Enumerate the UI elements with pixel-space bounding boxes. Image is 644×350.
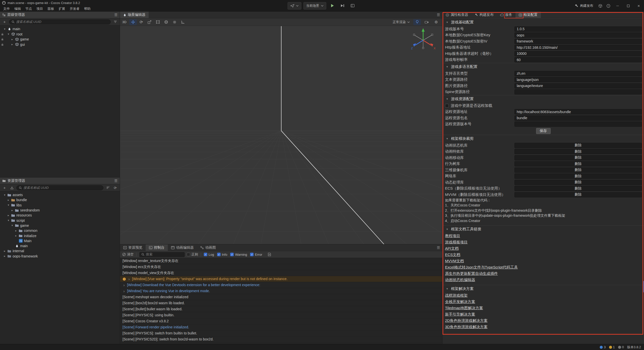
doc-link[interactable]: Tiledmap地图解决方案 [445, 306, 483, 311]
chevron-right-icon[interactable]: ▸ [6, 198, 11, 202]
scale-tool-button[interactable] [146, 19, 153, 25]
grid-snap-button[interactable] [171, 19, 178, 25]
log-row-2[interactable]: [Window] model_view文件夹存在 [120, 270, 442, 276]
doc-link[interactable]: 教程项目 [445, 234, 460, 238]
doc-link[interactable]: 游戏模板项目 [445, 240, 468, 245]
menu-item-4[interactable]: 面板 [45, 6, 56, 12]
log-row-0[interactable]: [Window] render_texture文件夹存在 [120, 258, 442, 264]
log-row-5[interactable]: ›[Window] You are running Vue in develop… [120, 288, 442, 294]
render-mode-dropdown[interactable]: 正常渲染 [391, 20, 411, 24]
rotate-snap-button[interactable] [179, 19, 187, 25]
doc-link[interactable]: 2D角色扮演游戏解决方案 [445, 318, 488, 323]
chevron-right-icon[interactable]: ▸ [14, 229, 18, 232]
tab-scene-editor[interactable]: 场景编辑器 [120, 12, 149, 18]
refresh-button[interactable]: ⟳ [112, 185, 118, 190]
rect-tool-button[interactable] [154, 19, 162, 25]
hierarchy-search-input[interactable]: 搜索名称或 UUID [9, 19, 111, 24]
checkbox[interactable] [445, 104, 449, 108]
preview-target-button[interactable] [288, 2, 301, 10]
status-count-1[interactable]: 1 [609, 345, 615, 349]
prop-input[interactable]: zh,en [514, 71, 642, 76]
chevron-right-icon[interactable]: ▸ [10, 209, 14, 212]
delete-button[interactable]: 删除 [514, 143, 642, 148]
delete-button[interactable]: 删除 [514, 173, 642, 179]
section-header[interactable]: ▾游戏基础配置 [442, 18, 644, 26]
log-row-8[interactable]: [Scene] [bullet]:bullet wasm lib loaded. [120, 306, 442, 312]
delete-button[interactable]: 删除 [514, 186, 642, 191]
chevron-down-icon[interactable]: ▾ [6, 32, 11, 36]
doc-link[interactable]: MVVM文档 [445, 259, 464, 264]
expand-icon[interactable]: › [128, 276, 131, 282]
log-row-6[interactable]: [Scene] meshopt wasm decoder initialized [120, 294, 442, 300]
hierarchy-row-root[interactable]: ▾root [0, 32, 120, 37]
menu-icon[interactable]: ☰ [437, 12, 440, 18]
console-filter-warning[interactable]: ✓Warning [230, 253, 247, 256]
asset-row-seedrandom[interactable]: ▸seedrandom [0, 208, 120, 213]
tab-framework[interactable]: 框架配置 [515, 12, 541, 18]
chevron-right-icon[interactable]: ▸ [6, 214, 11, 217]
section-header[interactable]: ▾框架解决方案 [442, 285, 644, 292]
menu-icon[interactable]: ☰ [437, 244, 440, 251]
prop-input[interactable]: 1.0.5 [514, 26, 642, 32]
delete-button[interactable]: 删除 [514, 155, 642, 160]
maximize-button[interactable] [623, 0, 633, 12]
section-header[interactable]: ▾游戏资源配置 [442, 95, 644, 103]
doc-link[interactable]: 新手引导解决方案 [445, 312, 475, 317]
world-space-button[interactable] [163, 19, 170, 25]
prop-input[interactable]: bundle [514, 115, 642, 121]
prop-input[interactable] [514, 121, 642, 127]
hierarchy-row-main[interactable]: ▾main [0, 26, 120, 32]
menu-item-3[interactable]: 项目 [34, 6, 45, 12]
tab-preview[interactable]: 资源预览 [120, 244, 146, 251]
chevron-down-icon[interactable]: ▾ [10, 224, 14, 227]
expand-icon[interactable]: › [123, 288, 126, 294]
asset-row-assets[interactable]: ▾assets [0, 192, 120, 197]
chevron-down-icon[interactable]: ▾ [3, 193, 7, 197]
clear-console-button[interactable]: 清空 [122, 252, 134, 257]
regex-toggle[interactable]: 正则 [187, 252, 198, 257]
scene-settings-button[interactable]: ⚙ [432, 19, 440, 25]
chevron-down-icon[interactable]: ▾ [6, 203, 11, 207]
section-header[interactable]: ▾框架模块裁剪 [442, 135, 644, 142]
log-row-12[interactable]: [Scene] [PHYSICS]: switch from builtin t… [120, 330, 442, 336]
console-filter-error[interactable]: ✓Error [250, 253, 262, 256]
menu-item-6[interactable]: 开发者 [67, 6, 82, 12]
doc-link[interactable]: 原生包热更新配置自动生成插件 [445, 271, 498, 276]
save-button[interactable]: 保存 [536, 128, 551, 134]
hierarchy-row-gui[interactable]: ▸gui [0, 42, 120, 47]
delete-button[interactable]: 删除 [514, 149, 642, 154]
minimize-button[interactable]: ─ [612, 0, 623, 12]
prop-input[interactable]: 60 [514, 57, 642, 62]
log-row-4[interactable]: ›[Window] Download the Vue Devtools exte… [120, 282, 442, 288]
lock-icon[interactable] [1, 38, 4, 41]
lighting-toggle-button[interactable] [413, 19, 421, 25]
log-row-3[interactable]: !›[Window] [Vue warn]: Property "onInput… [120, 276, 442, 282]
menu-item-7[interactable]: 帮助 [82, 6, 93, 12]
tab-build[interactable]: 构建发布 [471, 12, 497, 18]
menu-icon[interactable]: ☰ [114, 179, 117, 183]
package-button[interactable] [596, 2, 604, 10]
help-button[interactable]: ? [604, 2, 612, 10]
console-filter-info[interactable]: ✓Info [217, 253, 227, 256]
prop-input[interactable]: http://192.168.0.150/main/ [514, 45, 642, 50]
prop-input[interactable]: language/json [514, 77, 642, 82]
export-log-button[interactable] [267, 252, 272, 257]
chevron-down-icon[interactable]: ▾ [6, 219, 11, 222]
assets-search-input[interactable]: 搜索名称或 UUID [16, 185, 103, 190]
asset-row-bundle[interactable]: ▸bundle [0, 197, 120, 202]
add-asset-button[interactable]: + [2, 185, 7, 190]
chevron-right-icon[interactable]: ▸ [3, 254, 7, 258]
hierarchy-filter-button[interactable] [112, 19, 118, 24]
prop-input[interactable]: 10000 [514, 51, 642, 56]
menu-item-0[interactable]: 文件 [1, 6, 12, 12]
build-publish-button[interactable]: 构建发布 [572, 0, 596, 12]
chevron-down-icon[interactable]: ▾ [3, 27, 7, 31]
doc-link[interactable]: 动画状态机编辑器 [445, 278, 475, 282]
log-row-7[interactable]: [Scene] [box2d]:box2d wasm lib loaded. [120, 300, 442, 306]
assets-sort-button[interactable] [105, 185, 111, 190]
asset-row-common[interactable]: ▸common [0, 228, 120, 233]
status-count-2[interactable]: 0 [618, 345, 624, 349]
tab-terminal[interactable]: 控制台 [146, 244, 168, 251]
lock-icon[interactable] [1, 33, 4, 35]
lock-icon[interactable] [1, 43, 4, 46]
